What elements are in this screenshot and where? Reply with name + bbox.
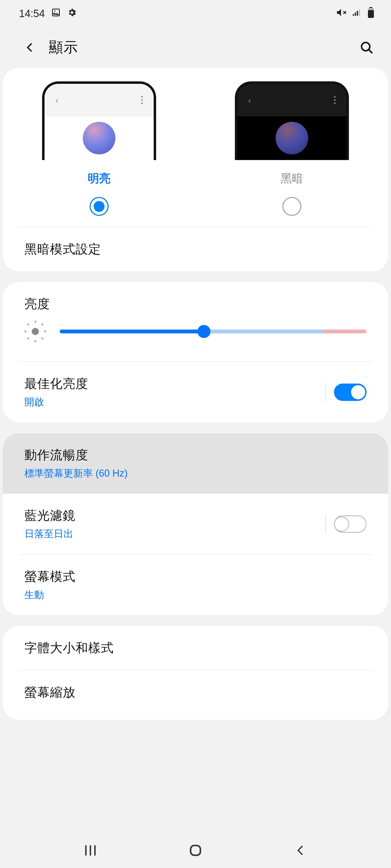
svg-rect-4	[357, 11, 358, 16]
home-button[interactable]	[186, 841, 205, 860]
blue-light-filter-sub: 日落至日出	[24, 527, 76, 540]
app-header: 顯示	[0, 27, 391, 68]
adaptive-brightness-title: 最佳化亮度	[24, 375, 88, 392]
motion-smoothness-row[interactable]: 動作流暢度 標準螢幕更新率 (60 Hz)	[3, 433, 388, 494]
screen-zoom-row[interactable]: 螢幕縮放	[3, 671, 388, 720]
adaptive-brightness-toggle[interactable]	[334, 383, 367, 401]
light-theme-radio[interactable]	[90, 197, 109, 216]
svg-rect-8	[368, 10, 374, 18]
dark-theme-radio[interactable]	[282, 197, 301, 216]
font-zoom-card: 字體大小和樣式 螢幕縮放	[3, 626, 388, 720]
svg-rect-6	[369, 7, 372, 8]
brightness-slider-row	[3, 321, 388, 361]
dark-mode-settings-label: 黑暗模式設定	[24, 241, 101, 258]
back-button[interactable]	[22, 39, 38, 56]
dark-theme-preview: ‹	[235, 82, 349, 160]
nav-back-button[interactable]	[291, 841, 310, 860]
motion-smoothness-title: 動作流暢度	[24, 447, 128, 464]
mute-vibrate-icon	[336, 7, 346, 20]
dark-mode-settings-row[interactable]: 黑暗模式設定	[3, 227, 388, 271]
svg-rect-5	[359, 9, 360, 16]
svg-line-10	[369, 50, 372, 53]
preview-circle-icon	[83, 122, 115, 154]
screen-mode-sub: 生動	[24, 588, 76, 601]
adaptive-brightness-status: 開啟	[24, 396, 88, 409]
recent-apps-button[interactable]	[81, 841, 100, 860]
preview-circle-icon	[276, 122, 308, 154]
brightness-card: 亮度 最佳化亮度 開啟	[3, 282, 388, 422]
screen-mode-title: 螢幕模式	[24, 568, 76, 585]
brightness-title: 亮度	[24, 296, 367, 312]
light-theme-preview: ‹	[42, 82, 156, 160]
screen-zoom-title: 螢幕縮放	[24, 684, 76, 701]
dark-theme-label: 黑暗	[280, 171, 303, 186]
brightness-slider[interactable]	[60, 330, 367, 333]
chevron-left-icon: ‹	[248, 95, 251, 105]
status-time: 14:54	[19, 8, 45, 20]
gear-icon	[67, 8, 77, 20]
adaptive-brightness-row[interactable]: 最佳化亮度 開啟	[3, 362, 388, 422]
page-title: 顯示	[49, 38, 78, 57]
svg-rect-3	[355, 12, 356, 16]
more-icon	[334, 96, 336, 104]
chevron-left-icon: ‹	[55, 95, 58, 105]
theme-chooser: ‹ 明亮 ‹ 黑暗	[3, 68, 388, 227]
motion-smoothness-sub: 標準螢幕更新率 (60 Hz)	[24, 467, 128, 480]
search-button[interactable]	[358, 39, 375, 56]
svg-rect-2	[353, 14, 354, 16]
svg-rect-14	[191, 845, 200, 855]
screen-mode-row[interactable]: 螢幕模式 生動	[3, 555, 388, 615]
divider	[325, 383, 326, 402]
blue-light-filter-toggle[interactable]	[334, 516, 367, 533]
image-icon	[51, 8, 60, 20]
font-size-style-title: 字體大小和樣式	[24, 640, 114, 656]
signal-icon	[352, 8, 362, 20]
battery-icon	[367, 7, 375, 20]
brightness-slider-thumb[interactable]	[197, 325, 211, 338]
blue-light-filter-row[interactable]: 藍光濾鏡 日落至日出	[3, 494, 388, 554]
display-options-card: 動作流暢度 標準螢幕更新率 (60 Hz) 藍光濾鏡 日落至日出 螢幕模式 生動	[3, 433, 388, 615]
svg-point-1	[54, 10, 56, 12]
navigation-bar	[0, 833, 391, 868]
font-size-style-row[interactable]: 字體大小和樣式	[3, 626, 388, 670]
status-bar: 14:54	[0, 0, 391, 27]
more-icon	[141, 96, 143, 104]
brightness-icon	[24, 321, 46, 342]
theme-option-dark[interactable]: ‹ 黑暗	[196, 82, 388, 216]
blue-light-filter-title: 藍光濾鏡	[24, 507, 76, 524]
theme-option-light[interactable]: ‹ 明亮	[3, 82, 196, 216]
divider	[325, 515, 326, 533]
light-theme-label: 明亮	[88, 171, 111, 186]
theme-card: ‹ 明亮 ‹ 黑暗 黑暗模式設定	[3, 68, 388, 271]
